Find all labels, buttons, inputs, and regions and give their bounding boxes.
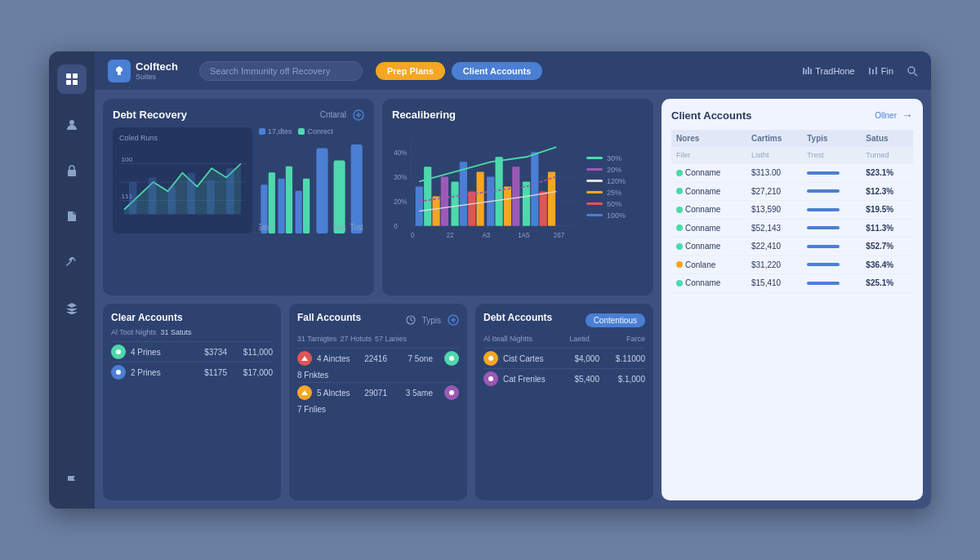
row-amt-6: $31,220: [746, 256, 802, 274]
debt-row-1[interactable]: Cist Cartes $4,000 $.11000: [483, 348, 645, 368]
table-row[interactable]: Conlane $31,220 $36.4%: [671, 256, 913, 274]
search-icon-header[interactable]: [906, 65, 918, 77]
svg-rect-11: [869, 68, 871, 74]
table-row[interactable]: Conname $52,143 $11.3%: [671, 219, 913, 238]
contentious-button[interactable]: Contentious: [586, 313, 645, 327]
recal-line-5: [586, 202, 603, 205]
fall-accounts-controls: Typis: [406, 314, 459, 326]
row-name-4: Conname: [671, 219, 746, 238]
status-dot-1: [676, 170, 683, 176]
client-filter[interactable]: Ollner: [875, 111, 897, 120]
client-accounts-button[interactable]: Client Accounts: [452, 62, 542, 80]
debt-row-2[interactable]: Cat Frenles $5,400 $.1,000: [483, 368, 645, 389]
svg-rect-58: [424, 167, 431, 226]
col-nores: Nores: [671, 130, 746, 147]
debt-row-icon-2: [483, 371, 498, 386]
sub-listht: Listht: [746, 147, 802, 164]
fall-row-right-2: 7 Fnlies: [297, 405, 459, 414]
row-change-5: $52.7%: [861, 238, 913, 256]
clear-row-val1-2: $1175: [204, 368, 227, 377]
search-input[interactable]: [199, 61, 363, 81]
svg-point-4: [69, 120, 74, 125]
legend-dot-2: [298, 128, 305, 135]
clear-row-1[interactable]: 4 Prines $3734 $11,000: [111, 341, 273, 362]
clear-accounts-stats: Al Toot Nights 31 Satuts: [111, 328, 273, 336]
table-row[interactable]: Conname $13,590 $19.5%: [671, 201, 913, 220]
sidebar-icon-layers[interactable]: [57, 293, 87, 322]
client-arrow-icon[interactable]: →: [902, 109, 913, 122]
svg-rect-10: [810, 69, 812, 74]
svg-rect-39: [351, 144, 363, 233]
svg-rect-29: [207, 180, 215, 215]
table-row[interactable]: Conname $27,210 $12.3%: [671, 182, 913, 201]
svg-rect-34: [286, 167, 292, 233]
recalibrating-header: Recalibering: [392, 109, 644, 121]
svg-text:100: 100: [121, 156, 132, 163]
status-dot-6: [676, 261, 683, 268]
sidebar-icon-grid[interactable]: [57, 64, 87, 94]
recal-line-6: [586, 214, 603, 216]
col-cartims: Cartims: [746, 130, 802, 147]
fall-row-1[interactable]: 4 Ainctes 22416 7 5one 8 Fnktes: [297, 348, 459, 382]
svg-text:1A5: 1A5: [518, 232, 530, 239]
fall-row-2[interactable]: 5 Alnctes 29071 3 5ame 7 Fnlies: [297, 382, 459, 416]
add-icon[interactable]: [353, 109, 364, 121]
col-satus: Satus: [861, 130, 913, 147]
sidebar-icon-document[interactable]: [57, 202, 87, 231]
sidebar-icon-tool[interactable]: [57, 247, 87, 277]
fall-stat-3: 57 Lanies: [375, 335, 407, 343]
recal-legend-6: 100%: [586, 211, 644, 220]
recal-legend-1: 30%: [586, 154, 644, 162]
debt-recovery-control[interactable]: Cntaral: [320, 110, 346, 119]
line-chart-label: Coled Runs: [119, 134, 246, 142]
row-name-3: Conname: [671, 201, 746, 220]
prep-plans-button[interactable]: Prep Plans: [376, 62, 445, 80]
svg-rect-37: [316, 148, 327, 233]
svg-text:40%: 40%: [394, 149, 408, 157]
sidebar-icon-flag[interactable]: [57, 466, 87, 496]
svg-point-80: [449, 356, 454, 361]
svg-point-84: [488, 376, 493, 381]
fall-row-val2-1: 7 5one: [392, 354, 433, 363]
add-icon-fall[interactable]: [448, 314, 459, 326]
logo-icon: [108, 60, 131, 82]
fall-row-icon-2: [297, 385, 312, 400]
fall-stats: 31 Tamigtes 27 Hotuts 57 Lanies: [297, 335, 459, 343]
debt-row-val2-2: $.1,000: [604, 375, 645, 384]
nav-fin[interactable]: Fin: [868, 66, 893, 76]
svg-point-82: [449, 390, 454, 395]
status-badge-5: Conname: [676, 242, 720, 251]
svg-rect-12: [872, 69, 874, 74]
row-name-2: Conname: [671, 182, 746, 201]
row-amt-1: $313.00: [746, 164, 802, 183]
status-bar-3: [807, 208, 840, 211]
debt-col-3: Farce: [626, 335, 645, 343]
outer-wrapper: Colftech Suites Prep Plans Client Accoun…: [0, 0, 980, 560]
table-row[interactable]: Conname $22,410 $52.7%: [671, 238, 913, 256]
status-dot-3: [676, 207, 683, 213]
header-right: TradHone Fin: [802, 65, 918, 77]
svg-text:267: 267: [554, 232, 565, 239]
bar-chart: 17,dtes Conrect: [259, 127, 364, 233]
recal-pct-3: 120%: [607, 177, 626, 185]
nav-tradhone[interactable]: TradHone: [802, 66, 855, 76]
fall-row-name-2: 5 Alnctes: [317, 389, 359, 398]
table-row[interactable]: Conname $15,410 $25.1%: [671, 274, 913, 293]
table-row[interactable]: Conname $313.00 $23.1%: [671, 164, 913, 183]
sidebar-icon-user[interactable]: [57, 110, 87, 140]
row-type-6: [802, 256, 861, 274]
client-accounts-title: Client Accounts: [671, 109, 751, 122]
legend-item-1: 17,dtes: [259, 127, 292, 136]
svg-point-73: [116, 349, 121, 354]
recal-line-3: [586, 180, 603, 182]
fall-stat-1: 31 Tamigtes: [297, 335, 336, 343]
debt-row-icon-1: [483, 351, 498, 366]
status-bar-2: [807, 189, 840, 193]
clear-row-2[interactable]: 2 Prines $1175 $17,000: [111, 362, 273, 382]
debt-recovery-controls: Cntaral: [320, 109, 364, 121]
svg-rect-60: [441, 176, 448, 225]
app-container: Colftech Suites Prep Plans Client Accoun…: [49, 51, 931, 509]
fall-control[interactable]: Typis: [422, 316, 441, 325]
sidebar-icon-lock[interactable]: [57, 156, 87, 185]
svg-text:20%: 20%: [394, 198, 408, 206]
